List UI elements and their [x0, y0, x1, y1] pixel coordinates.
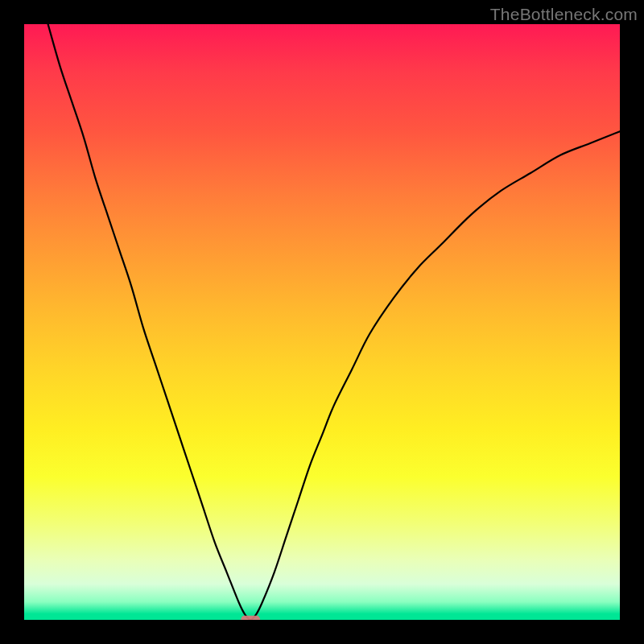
chart-curve-layer: [24, 24, 620, 620]
watermark-text: TheBottleneck.com: [490, 5, 638, 24]
minimum-marker: [241, 616, 260, 620]
bottleneck-curve: [48, 24, 620, 620]
